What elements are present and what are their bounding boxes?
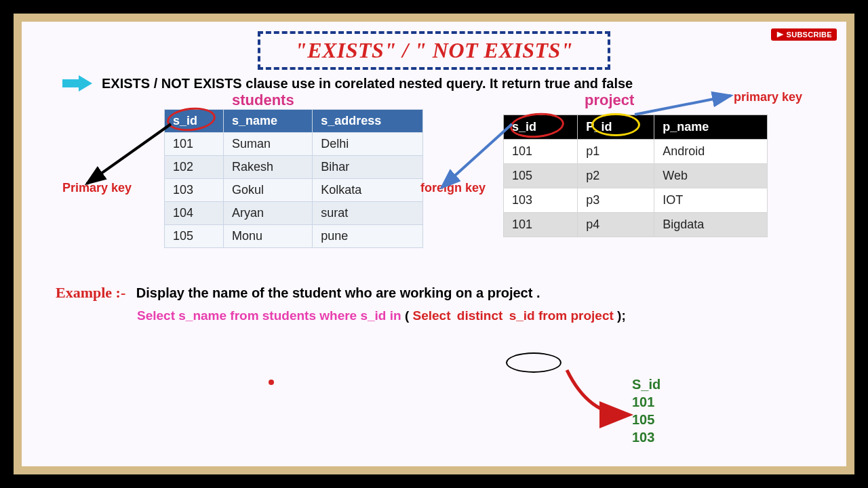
table-row: 103GokulKolkata — [165, 179, 423, 202]
primary-key-label-right: primary key — [734, 90, 802, 104]
table-row: 104Aryansurat — [165, 202, 423, 225]
title-box: "EXISTS" / " NOT EXISTS" — [258, 31, 610, 70]
subscribe-label: SUBSCRIBE — [787, 30, 833, 39]
result-item: 105 — [632, 411, 660, 428]
col-s-name: s_name — [224, 110, 313, 133]
table-row: 105p2Web — [504, 164, 768, 188]
svg-marker-0 — [777, 32, 783, 37]
result-column: S_id 101 105 103 — [632, 375, 660, 446]
example-label: Example :- — [56, 284, 125, 301]
statement-row: EXISTS / NOT EXISTS clause use in corela… — [62, 75, 833, 92]
arrow-right-icon — [62, 75, 92, 92]
col-s-address: s_address — [313, 110, 423, 133]
query-inner-distinct: distinct — [454, 308, 506, 323]
col-p-name: p_name — [654, 115, 768, 140]
table-row: 101p4Bigdata — [504, 213, 768, 237]
pointer-dot-icon — [269, 380, 274, 385]
tables-area: students project primary key s_id s_name… — [35, 93, 833, 283]
table-row: 103p3IOT — [504, 188, 768, 213]
table-row: 101SumanDelhi — [165, 133, 423, 156]
result-item: 103 — [632, 428, 660, 446]
svg-line-2 — [87, 124, 171, 184]
col-s-id: s_id — [165, 110, 224, 133]
project-label: project — [585, 92, 634, 109]
result-item: 101 — [632, 393, 660, 411]
table-header-row: s_id P_id p_name — [504, 115, 768, 140]
slide-body: SUBSCRIBE "EXISTS" / " NOT EXISTS" EXIST… — [22, 22, 846, 466]
svg-line-3 — [441, 124, 512, 188]
col-p-id: P_id — [578, 115, 654, 140]
query-inner-select: Select — [413, 308, 451, 323]
paren-open: ( — [405, 308, 409, 323]
slide-frame: SUBSCRIBE "EXISTS" / " NOT EXISTS" EXIST… — [14, 14, 854, 474]
primary-key-label-left: Primary key — [62, 181, 132, 195]
svg-line-4 — [635, 96, 731, 115]
table-row: 105Monupune — [165, 225, 423, 248]
result-header: S_id — [632, 375, 660, 393]
col-s-id: s_id — [504, 115, 578, 140]
example-text: Display the name of the student who are … — [136, 285, 540, 300]
table-row: 101p1Android — [504, 140, 768, 164]
svg-marker-1 — [62, 75, 92, 92]
paren-close: ); — [617, 308, 626, 323]
subscribe-button[interactable]: SUBSCRIBE — [771, 28, 837, 41]
query-outer: Select s_name from students where s_id i… — [137, 308, 401, 323]
table-header-row: s_id s_name s_address — [165, 110, 423, 133]
page-title: "EXISTS" / " NOT EXISTS" — [295, 38, 573, 62]
students-table: s_id s_name s_address 101SumanDelhi 102R… — [164, 109, 423, 248]
foreign-key-label: foreign key — [420, 181, 486, 195]
statement-text: EXISTS / NOT EXISTS clause use in corela… — [102, 76, 633, 92]
query-inner-rest: s_id from project — [509, 308, 614, 323]
circle-annotation-icon — [506, 352, 561, 373]
students-label: students — [232, 92, 294, 109]
project-table: s_id P_id p_name 101p1Android 105p2Web 1… — [503, 115, 768, 237]
example-row: Example :- Display the name of the stude… — [56, 284, 833, 302]
table-row: 102RakeshBihar — [165, 156, 423, 179]
sql-query: Select s_name from students where s_id i… — [137, 308, 833, 323]
curved-arrow-icon — [561, 367, 636, 428]
